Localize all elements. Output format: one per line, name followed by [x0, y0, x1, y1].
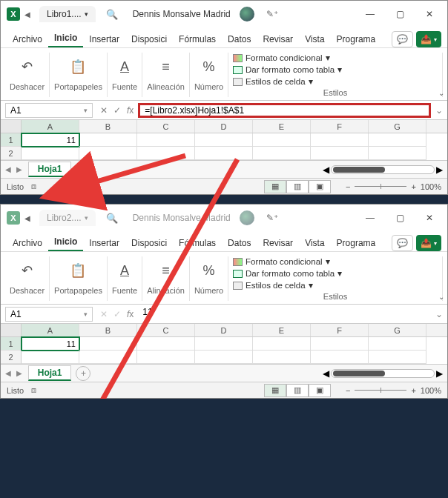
view-pagebreak-button[interactable]: ▣ [309, 180, 331, 193]
formula-input[interactable]: 11 [138, 307, 431, 322]
view-pagebreak-button[interactable]: ▣ [309, 384, 331, 397]
select-all-corner[interactable] [1, 120, 22, 133]
cell[interactable] [79, 147, 137, 160]
search-icon[interactable]: 🔍 [106, 9, 118, 20]
accept-formula-icon[interactable]: ✓ [113, 309, 121, 319]
cell-a1[interactable]: 11 [22, 337, 79, 351]
cell[interactable] [195, 133, 253, 147]
tab-datos[interactable]: Datos [222, 235, 257, 251]
row-header-1[interactable]: 1 [1, 337, 22, 351]
font-icon[interactable]: A [120, 59, 129, 75]
view-normal-button[interactable]: ▦ [264, 180, 286, 193]
sheet-nav[interactable]: ◀ ▶ [5, 369, 24, 377]
cell[interactable] [22, 351, 79, 364]
tab-datos[interactable]: Datos [222, 31, 257, 47]
zoom-level[interactable]: 100% [421, 386, 441, 395]
name-box[interactable]: A1▾ [5, 307, 93, 322]
cell[interactable] [369, 351, 426, 364]
cell[interactable] [195, 337, 253, 351]
number-icon[interactable]: % [202, 263, 214, 279]
col-header-b[interactable]: B [79, 324, 137, 336]
undo-icon[interactable]: ↶ [22, 59, 33, 75]
cell[interactable] [253, 133, 311, 147]
close-button[interactable]: ✕ [415, 206, 444, 230]
col-header-a[interactable]: A [22, 120, 79, 133]
cell[interactable] [79, 133, 137, 147]
expand-formula-icon[interactable]: ⌄ [435, 309, 443, 319]
share-button[interactable]: 📤▾ [416, 31, 441, 47]
minimize-button[interactable]: — [355, 206, 385, 230]
close-button[interactable]: ✕ [415, 2, 444, 26]
conditional-format-button[interactable]: Formato condicional ▾ [233, 53, 342, 63]
tab-formulas[interactable]: Fórmulas [173, 235, 222, 251]
col-header-g[interactable]: G [369, 120, 426, 133]
row-header-1[interactable]: 1 [1, 133, 22, 147]
cell[interactable] [369, 147, 426, 160]
cell[interactable] [311, 133, 369, 147]
view-normal-button[interactable]: ▦ [264, 384, 286, 397]
cell-a1[interactable]: 11 [22, 133, 79, 147]
cell[interactable] [79, 337, 137, 351]
formula-input[interactable]: =[Libro2.xlsx]Hoja1!$A$1 [138, 103, 431, 118]
tab-inicio[interactable]: Inicio [48, 30, 83, 47]
scroll-left-icon[interactable]: ◀ [323, 368, 329, 379]
tab-dropdown-icon[interactable]: ▾ [85, 10, 88, 18]
sheet-nav[interactable]: ◀ ▶ [5, 165, 24, 173]
fx-icon[interactable]: fx [127, 105, 134, 116]
cell[interactable] [137, 147, 195, 160]
tab-inicio[interactable]: Inicio [48, 233, 83, 251]
row-header-2[interactable]: 2 [1, 351, 22, 364]
view-pagelayout-button[interactable]: ▥ [286, 384, 309, 397]
select-all-corner[interactable] [1, 324, 22, 336]
col-header-e[interactable]: E [253, 120, 311, 133]
cell[interactable] [369, 337, 426, 351]
sheet-tab[interactable]: Hoja1 [28, 365, 72, 381]
minimize-button[interactable]: — [355, 2, 385, 26]
tab-insertar[interactable]: Insertar [83, 235, 125, 251]
cell[interactable] [195, 351, 253, 364]
cell[interactable] [311, 147, 369, 160]
share-button[interactable]: 📤▾ [416, 235, 441, 251]
cell[interactable] [137, 133, 195, 147]
workbook-tab[interactable]: Libro1.... ▾ [39, 6, 96, 22]
tab-vista[interactable]: Vista [299, 31, 330, 47]
expand-formula-icon[interactable]: ⌄ [435, 105, 443, 116]
maximize-button[interactable]: ▢ [385, 206, 415, 230]
align-icon[interactable]: ≡ [162, 59, 170, 75]
cell[interactable] [311, 337, 369, 351]
scroll-left-icon[interactable]: ◀ [323, 165, 329, 175]
format-as-table-button[interactable]: Dar formato como tabla ▾ [233, 268, 342, 279]
zoom-in-icon[interactable]: + [411, 182, 415, 191]
cell[interactable] [195, 147, 253, 160]
cell[interactable] [22, 147, 79, 160]
tab-archivo[interactable]: Archivo [7, 31, 48, 47]
paste-icon[interactable]: 📋 [70, 262, 86, 279]
add-sheet-button[interactable]: + [76, 366, 90, 381]
avatar[interactable] [240, 210, 254, 225]
tab-programador[interactable]: Programa [331, 235, 382, 251]
scroll-right-icon[interactable]: ▶ [436, 368, 443, 379]
macro-record-icon[interactable]: ⧈ [31, 385, 36, 395]
name-box[interactable]: A1▾ [5, 103, 93, 118]
cell[interactable] [311, 351, 369, 364]
tab-dropdown-icon[interactable]: ▾ [85, 214, 88, 222]
workbook-tab[interactable]: Libro2.... ▾ [39, 210, 96, 226]
cell[interactable] [137, 351, 195, 364]
col-header-d[interactable]: D [195, 324, 253, 336]
cancel-formula-icon[interactable]: ✕ [100, 105, 108, 116]
cell-styles-button[interactable]: Estilos de celda ▾ [233, 76, 342, 87]
col-header-b[interactable]: B [79, 120, 137, 133]
cell[interactable] [79, 351, 137, 364]
font-icon[interactable]: A [120, 263, 129, 279]
tab-archivo[interactable]: Archivo [7, 235, 48, 251]
tab-insertar[interactable]: Insertar [83, 31, 125, 47]
format-as-table-button[interactable]: Dar formato como tabla ▾ [233, 64, 342, 75]
cell[interactable] [253, 351, 311, 364]
collapse-ribbon-icon[interactable]: ⌄ [438, 89, 444, 97]
tab-revisar[interactable]: Revisar [257, 31, 299, 47]
cell[interactable] [369, 133, 426, 147]
col-header-a[interactable]: A [22, 324, 79, 336]
pen-icon[interactable]: ✎⁺ [266, 9, 278, 19]
avatar[interactable] [240, 7, 254, 21]
tab-disposicion[interactable]: Disposici [125, 31, 173, 47]
